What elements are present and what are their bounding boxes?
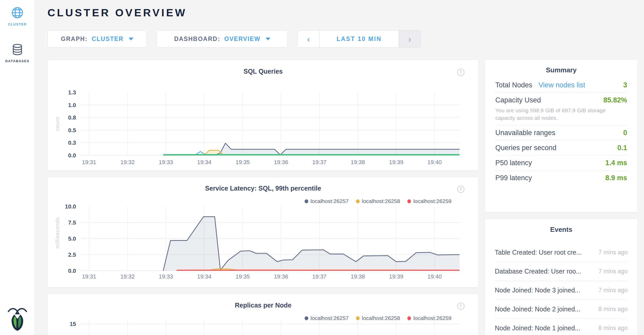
svg-text:19:33: 19:33: [159, 159, 173, 165]
info-icon[interactable]: !: [457, 303, 464, 310]
svg-text:19:40: 19:40: [427, 273, 442, 280]
events-title: Events: [485, 226, 638, 234]
svg-text:19:39: 19:39: [389, 273, 403, 280]
summary-row-value: 0.1: [617, 144, 627, 152]
event-time: 8 mins ago: [598, 325, 628, 332]
sql-queries-chart: 19:3119:3219:3319:3419:3519:3619:3719:38…: [48, 86, 478, 171]
svg-text:19:37: 19:37: [312, 159, 327, 165]
svg-text:19:38: 19:38: [351, 159, 365, 165]
chevron-down-icon: [129, 38, 133, 40]
event-row[interactable]: Node Joined: Node 1 joined...8 mins ago: [495, 319, 628, 335]
sidebar-item-databases[interactable]: DATABASES: [0, 44, 35, 63]
summary-row-label: Unavailable ranges: [495, 129, 555, 137]
info-icon[interactable]: !: [457, 186, 464, 193]
chevron-right-icon: ›: [408, 34, 411, 44]
chart-title: Service Latency: SQL, 99th percentile: [48, 185, 478, 192]
svg-text:19:38: 19:38: [351, 273, 365, 280]
summary-row-label: P50 latency: [495, 159, 532, 167]
info-icon[interactable]: !: [457, 69, 464, 76]
svg-text:0.5: 0.5: [68, 127, 76, 134]
database-icon: [11, 44, 24, 56]
svg-text:0.8: 0.8: [68, 114, 76, 121]
summary-row-value: 8.9 ms: [605, 174, 627, 182]
svg-text:19:39: 19:39: [389, 159, 403, 165]
svg-text:19:37: 19:37: [312, 273, 327, 280]
chart-title: SQL Queries: [48, 68, 478, 75]
svg-text:19:40: 19:40: [427, 159, 442, 165]
event-time: 7 mins ago: [598, 249, 628, 256]
service-latency-chart: 19:3119:3219:3319:3419:3519:3619:3719:38…: [48, 203, 478, 288]
graph-dropdown-value: CLUSTER: [92, 36, 124, 43]
cockroachdb-logo: [7, 306, 28, 332]
svg-text:1.0: 1.0: [68, 102, 76, 108]
svg-text:2.5: 2.5: [68, 252, 76, 258]
page-title: CLUSTER OVERVIEW: [47, 7, 187, 19]
svg-text:19:32: 19:32: [120, 159, 135, 165]
chevron-down-icon: [266, 38, 270, 40]
summary-row: Capacity Used85.82%You are using 598.9 G…: [494, 93, 628, 125]
summary-row: P99 latency8.9 ms: [494, 171, 628, 185]
event-text: Node Joined: Node 3 joined...: [495, 287, 580, 294]
summary-row-label: Total Nodes: [495, 81, 532, 89]
summary-panel: Summary Total NodesView nodes list3Capac…: [485, 59, 638, 213]
event-text: Node Joined: Node 2 joined...: [495, 305, 580, 313]
svg-text:19:35: 19:35: [236, 273, 250, 280]
event-row[interactable]: Table Created: User root cre...7 mins ag…: [495, 243, 628, 262]
svg-text:19:32: 19:32: [120, 273, 135, 280]
globe-icon: [11, 6, 24, 19]
summary-row-value: 1.4 ms: [605, 159, 627, 167]
svg-text:0.0: 0.0: [68, 152, 76, 159]
svg-text:0.0: 0.0: [68, 268, 76, 274]
svg-text:1.3: 1.3: [68, 89, 76, 96]
sidebar: CLUSTER DATABASES: [0, 0, 35, 335]
svg-text:19:31: 19:31: [82, 273, 96, 280]
summary-title: Summary: [485, 66, 638, 74]
sidebar-item-label: DATABASES: [5, 59, 29, 63]
svg-text:19:33: 19:33: [159, 273, 173, 280]
summary-row-subtext: You are using 598.9 GiB of 697.9 GiB sto…: [495, 107, 613, 122]
summary-row-label: P99 latency: [495, 174, 532, 182]
time-range-selector: ‹ LAST 10 MIN ›: [297, 30, 421, 47]
summary-row-value: 85.82%: [603, 96, 627, 104]
event-time: 7 mins ago: [598, 287, 628, 294]
summary-list: Total NodesView nodes list3Capacity Used…: [485, 78, 638, 185]
replicas-per-node-chart: 19:3119:3219:3319:3419:3519:3619:3719:38…: [48, 320, 478, 335]
summary-row: Queries per second0.1: [494, 141, 628, 156]
summary-row-value: 0: [623, 129, 627, 137]
dashboard-dropdown-label: DASHBOARD:: [174, 36, 220, 43]
sql-queries-card: SQL Queries ! count 19:3119:3219:3319:34…: [47, 60, 479, 171]
summary-row-value: 3: [623, 81, 627, 89]
svg-text:19:31: 19:31: [82, 159, 96, 165]
graph-dropdown[interactable]: GRAPH: CLUSTER: [47, 30, 147, 47]
time-range-prev-button[interactable]: ‹: [298, 31, 320, 47]
svg-text:0.3: 0.3: [68, 139, 76, 146]
svg-text:10.0: 10.0: [65, 203, 76, 210]
svg-text:19:34: 19:34: [197, 273, 211, 280]
summary-row: P50 latency1.4 ms: [494, 156, 628, 171]
time-range-value[interactable]: LAST 10 MIN: [320, 31, 399, 47]
event-text: Node Joined: Node 1 joined...: [495, 324, 580, 332]
replicas-per-node-card: Replicas per Node ! localhost:26257local…: [47, 294, 479, 335]
event-time: 7 mins ago: [598, 268, 628, 275]
svg-text:15: 15: [70, 321, 76, 327]
event-time: 8 mins ago: [598, 306, 628, 313]
svg-text:19:36: 19:36: [274, 159, 288, 165]
summary-row-label: Queries per second: [495, 144, 557, 152]
summary-row: Total NodesView nodes list3: [494, 78, 628, 93]
event-row[interactable]: Database Created: User roo...7 mins ago: [495, 262, 628, 281]
svg-text:19:36: 19:36: [274, 273, 288, 280]
svg-text:19:35: 19:35: [236, 159, 250, 165]
sidebar-item-label: CLUSTER: [8, 22, 27, 26]
dashboard-dropdown[interactable]: DASHBOARD: OVERVIEW: [157, 30, 288, 47]
event-row[interactable]: Node Joined: Node 3 joined...7 mins ago: [495, 281, 628, 300]
events-panel: Events Table Created: User root cre...7 …: [485, 219, 638, 335]
sidebar-item-cluster[interactable]: CLUSTER: [0, 6, 35, 26]
event-row[interactable]: Node Joined: Node 2 joined...8 mins ago: [495, 300, 628, 319]
summary-row: Unavailable ranges0: [494, 125, 628, 141]
event-text: Database Created: User roo...: [495, 268, 581, 275]
time-range-next-button[interactable]: ›: [399, 31, 421, 47]
svg-text:5.0: 5.0: [68, 235, 76, 242]
dashboard-dropdown-value: OVERVIEW: [224, 36, 261, 43]
view-nodes-list-link[interactable]: View nodes list: [539, 81, 585, 89]
svg-text:19:34: 19:34: [197, 159, 211, 165]
